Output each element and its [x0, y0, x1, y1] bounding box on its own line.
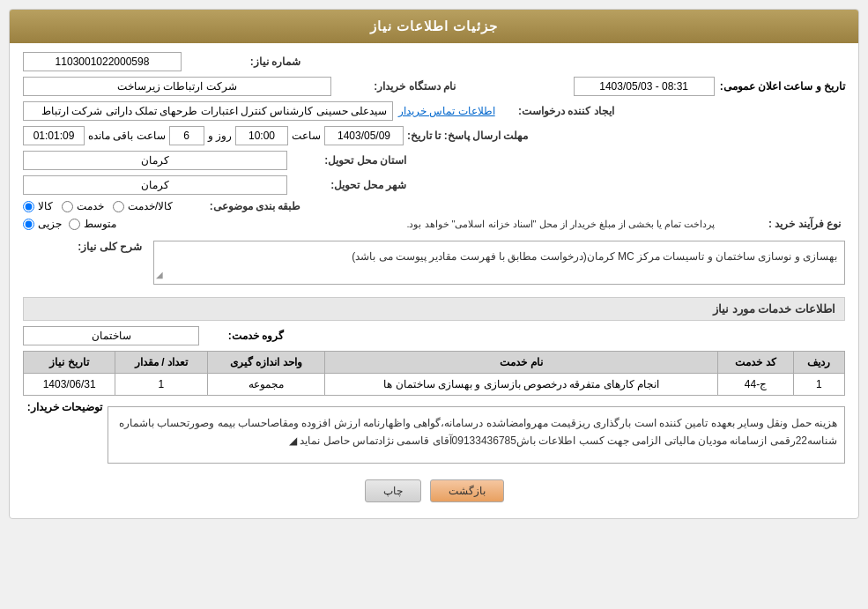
response-days-label: روز و — [208, 130, 232, 142]
category-option-khedmat[interactable]: خدمت — [62, 200, 104, 212]
table-cell-row: 1 — [793, 374, 844, 396]
service-group-value: ساختمان — [23, 326, 199, 345]
col-header-code: کد خدمت — [718, 352, 794, 374]
notes-label: توضيحات خريدار: — [23, 401, 102, 413]
description-box: بهسازی و نوسازی ساختمان و تاسيسات مرکز M… — [153, 241, 845, 285]
radio-category-khedmat[interactable] — [62, 201, 73, 212]
radio-process-juzei[interactable] — [23, 219, 34, 230]
delivery-city-value: کرمان — [23, 175, 287, 195]
process-label: نوع فرآيند خريد : — [722, 218, 845, 230]
response-time-value: 10:00 — [235, 126, 288, 145]
col-header-name: نام خدمت — [325, 352, 718, 374]
table-row: 1ج-44انجام کارهای متفرقه درخصوص بازسازی … — [24, 374, 845, 396]
contact-link[interactable]: اطلاعات تماس خريدار — [398, 105, 495, 117]
delivery-province-label: استان محل تحويل: — [287, 154, 411, 167]
need-number-value: 1103001022000598 — [23, 52, 182, 71]
back-button[interactable]: بازگشت — [430, 479, 504, 502]
page-header: جزئيات اطلاعات نياز — [10, 10, 858, 43]
response-date-value: 1403/05/09 — [324, 126, 404, 145]
response-deadline-row: مهلت ارسال پاسخ: تا تاريخ: 1403/05/09 سا… — [23, 126, 845, 145]
delivery-city-row: شهر محل تحويل: کرمان — [23, 175, 845, 195]
description-text: بهسازی و نوسازی ساختمان و تاسيسات مرکز M… — [352, 250, 837, 263]
response-remaining-label: ساعت باقی مانده — [88, 130, 166, 142]
need-number-row: شماره نياز: 1103001022000598 — [23, 52, 845, 71]
announce-date-label: تاريخ و ساعت اعلان عمومی: — [720, 80, 845, 93]
process-option-juzei[interactable]: جزيی — [23, 218, 62, 230]
process-option-mutawaset[interactable]: متوسط — [69, 218, 116, 230]
radio-category-kala-khedmat[interactable] — [113, 201, 124, 212]
service-group-label: گروه خدمت: — [204, 330, 284, 342]
category-row: طبقه بندی موضوعی: کالا/خدمت خدمت کالا — [23, 200, 845, 212]
page-title: جزئيات اطلاعات نياز — [370, 19, 498, 33]
response-time-label: ساعت — [292, 130, 321, 142]
process-note: پرداخت تمام يا بخشی از مبلغ خريدار از مح… — [132, 219, 715, 230]
buyer-org-value: شرکت ارتباطات زيرساخت — [23, 77, 331, 96]
notes-text: هزينه حمل ونقل وساير بعهده تامين کننده ا… — [119, 417, 837, 447]
service-group-row: گروه خدمت: ساختمان — [23, 326, 845, 345]
table-cell-code: ج-44 — [718, 374, 794, 396]
notes-wrapper: هزينه حمل ونقل وساير بعهده تامين کننده ا… — [23, 401, 845, 469]
table-cell-name: انجام کارهای متفرقه درخصوص بازسازی و بهس… — [325, 374, 718, 396]
table-cell-date: 1403/06/31 — [24, 374, 115, 396]
notes-resize-handle: ◢ — [289, 434, 297, 447]
description-section-title: شرح کلی نياز: — [23, 241, 146, 253]
table-cell-unit: مجموعه — [207, 374, 325, 396]
radio-process-mutawaset[interactable] — [69, 219, 80, 230]
resize-handle: ◢ — [156, 268, 163, 282]
items-table: رديف کد خدمت نام خدمت واحد اندازه گيری ت… — [23, 351, 845, 396]
delivery-province-value: کرمان — [23, 151, 287, 170]
button-row: بازگشت چاپ — [23, 479, 845, 502]
delivery-city-label: شهر محل تحويل: — [287, 179, 411, 191]
category-option-kala-khedmat[interactable]: کالا/خدمت — [113, 200, 173, 212]
response-deadline-label: مهلت ارسال پاسخ: تا تاريخ: — [407, 130, 532, 142]
response-remaining-value: 01:01:09 — [23, 126, 85, 145]
delivery-province-row: استان محل تحويل: کرمان — [23, 151, 845, 170]
creator-label: ايجاد کننده درخواست: — [495, 105, 619, 117]
col-header-unit: واحد اندازه گيری — [207, 352, 325, 374]
need-number-label: شماره نياز: — [182, 56, 305, 68]
radio-category-kala[interactable] — [23, 201, 34, 212]
col-header-row: رديف — [793, 352, 844, 374]
creator-value: سيدعلی حسينی کارشناس کنترل اعتبارات طرحه… — [23, 101, 393, 121]
category-label: طبقه بندی موضوعی: — [182, 200, 305, 212]
services-section-title: اطلاعات خدمات مورد نياز — [23, 297, 845, 321]
col-header-quantity: تعداد / مقدار — [115, 352, 207, 374]
process-type-row: نوع فرآيند خريد : پرداخت تمام يا بخشی از… — [23, 218, 845, 230]
col-header-date: تاريخ نياز — [24, 352, 115, 374]
table-cell-quantity: 1 — [115, 374, 207, 396]
print-button[interactable]: چاپ — [365, 479, 421, 502]
buyer-org-label: نام دستگاه خريدار: — [337, 80, 460, 93]
notes-box: هزينه حمل ونقل وساير بعهده تامين کننده ا… — [108, 406, 845, 464]
response-days-value: 6 — [169, 126, 204, 145]
creator-row: ايجاد کننده درخواست: اطلاعات تماس خريدار… — [23, 101, 845, 121]
announce-date-value: 1403/05/03 - 08:31 — [574, 77, 715, 96]
category-option-kala[interactable]: کالا — [23, 200, 53, 212]
